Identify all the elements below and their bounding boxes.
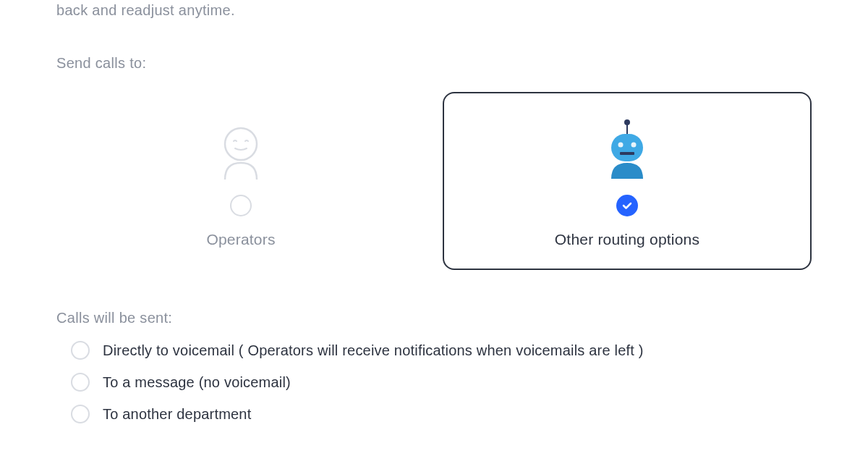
option-operators[interactable]: Operators xyxy=(56,92,425,270)
svg-point-2 xyxy=(624,119,630,125)
routing-options-row: Operators Other routing options xyxy=(56,92,812,270)
radio-department xyxy=(71,405,90,423)
person-icon xyxy=(219,115,263,180)
robot-icon xyxy=(604,115,650,180)
option-department[interactable]: To another department xyxy=(71,405,812,423)
svg-point-5 xyxy=(631,143,637,148)
radio-operators xyxy=(230,195,252,216)
option-voicemail-label: Directly to voicemail ( Operators will r… xyxy=(103,342,644,359)
option-department-label: To another department xyxy=(103,406,251,423)
option-message[interactable]: To a message (no voicemail) xyxy=(71,373,812,392)
send-calls-label: Send calls to: xyxy=(56,55,812,72)
context-text: back and readjust anytime. xyxy=(56,0,812,20)
svg-rect-3 xyxy=(611,134,643,161)
radio-voicemail xyxy=(71,341,90,360)
checkmark-icon xyxy=(621,200,633,211)
svg-rect-6 xyxy=(620,152,634,155)
calls-sent-label: Calls will be sent: xyxy=(56,310,812,326)
option-message-label: To a message (no voicemail) xyxy=(103,374,291,391)
routing-sub-options: Directly to voicemail ( Operators will r… xyxy=(56,341,812,423)
option-other-routing-label: Other routing options xyxy=(555,231,699,248)
svg-point-0 xyxy=(225,128,257,160)
option-other-routing[interactable]: Other routing options xyxy=(443,92,812,270)
option-voicemail[interactable]: Directly to voicemail ( Operators will r… xyxy=(71,341,812,360)
svg-point-4 xyxy=(618,143,624,148)
radio-message xyxy=(71,373,90,392)
option-operators-label: Operators xyxy=(206,231,275,248)
radio-other-routing xyxy=(616,195,638,216)
